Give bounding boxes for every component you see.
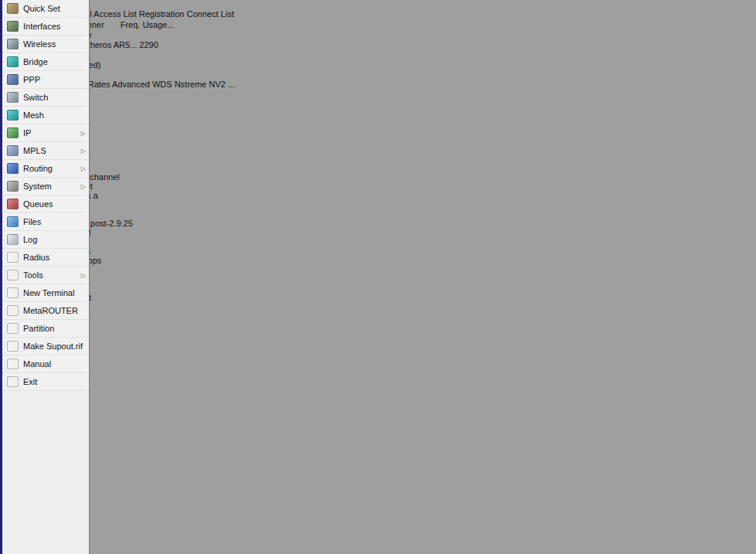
sidebar-item-manual[interactable]: Manual [2,355,89,373]
field-wmm-support: WMM Support: disabled [0,228,756,237]
sidebar-item-ip[interactable]: IP▷ [2,124,89,142]
field-security-profile: Security Profile: default [0,163,756,172]
tab-access-list[interactable]: Access List [94,9,137,19]
sidebar-item-label: MetaROUTER [23,306,78,315]
wireless-tables-window: Wireless Tables Interfaces Nstreme Dual … [0,0,756,70]
sidebar-item-switch[interactable]: Switch [2,89,89,107]
hide-ssid-checkbox[interactable]: Hide SSID [0,284,756,293]
routing-icon [7,163,19,174]
field-country: Country: no_country_set [0,182,756,191]
tab-nv2[interactable]: NV2 [209,80,225,89]
apply-button[interactable]: Apply [0,321,756,330]
sidebar-item-label: MPLS [23,146,46,155]
proprietary-extensions-combobox[interactable]: post-2.9.25 [90,219,133,228]
exit-door-icon [7,376,19,387]
mpls-icon [7,145,19,156]
sidebar-item-files[interactable]: Files [2,213,89,231]
sidebar-item-log[interactable]: Log [2,231,89,249]
tools-icon [7,270,19,280]
field-frequency-mode: Frequency Mode: superchannel [0,172,756,182]
help-icon [7,359,19,369]
pie-chart-icon [7,323,19,334]
tab-more[interactable]: ... [228,80,235,89]
freq-usage-button[interactable]: Freq. Usage... [0,367,756,376]
sidebar-item-radius[interactable]: Radius [2,249,89,267]
sidebar-item-label: Manual [23,359,51,369]
snooper-button[interactable]: Snooper... [0,395,756,404]
annotation-step-2: 2 [0,432,756,441]
default-forward-checkbox[interactable]: Default Forward [0,274,756,284]
field-antenna-gain: Antenna Gain: 0 dBi [0,200,756,209]
reset-configuration-button[interactable]: Reset Configuration [0,404,756,413]
bridge-icon [7,56,19,67]
sidebar-item-exit[interactable]: Exit [2,373,89,391]
sidebar-item-new-terminal[interactable]: New Terminal [2,284,89,302]
sidebar-item-routing[interactable]: Routing▷ [2,160,89,178]
sidebar-item-ppp[interactable]: PPP [2,71,89,89]
tab-nstreme[interactable]: Nstreme [175,80,207,89]
interface-wlan2-dialog: Interface <wlan2> ✕ General Wireless Dat… [0,70,756,423]
sidebar-item-partition[interactable]: Partition [2,320,89,338]
sidebar-item-wireless[interactable]: Wireless [2,36,89,53]
sidebar-item-label: Switch [23,93,48,102]
sidebar-item-label: Quick Set [23,4,60,13]
field-bridge-mode: Bridge Mode: enabled [0,237,756,246]
default-authenticate-checkbox[interactable]: Default Authenticate [0,265,756,274]
sidebar-item-label: Files [23,217,41,226]
mesh-icon [7,110,19,121]
torch-button[interactable]: Torch [0,348,756,358]
sidebar-item-label: Exit [23,377,37,386]
horizontal-scrollbar[interactable]: ◀ [0,50,756,60]
field-scan-list: Scan List: default [0,144,756,154]
sidebar-item-quick-set[interactable]: Quick Set [2,0,89,18]
tab-connect-list[interactable]: Connect List [187,9,234,19]
chevron-right-icon: ▷ [81,272,86,279]
sidebar-item-interfaces[interactable]: Interfaces [2,18,89,36]
sidebar-item-tools[interactable]: Tools▷ [2,267,89,284]
tab-registration[interactable]: Registration [139,9,185,19]
wireless-tables-titlebar[interactable]: Wireless Tables [0,0,756,9]
magic-wand-icon [7,3,19,14]
tab-advanced[interactable]: Advanced [112,80,150,89]
wireless-tables-toolbar: + − ✔ ✖ Scanner Freq. Usage... [0,19,756,30]
dialog-titlebar[interactable]: Interface <wlan2> ✕ [0,70,756,80]
sidebar-item-make-supout[interactable]: Make Supout.rif [2,338,89,355]
sidebar-item-metarouter[interactable]: MetaROUTER [2,302,89,320]
chevron-right-icon: ▷ [81,183,86,190]
default-client-tx-rate-unit: bps [88,256,102,265]
scan-button[interactable]: Scan... [0,358,756,367]
computer-icon [7,305,19,316]
document-icon [7,341,19,352]
sidebar-item-bridge[interactable]: Bridge [2,53,89,71]
cancel-button[interactable]: Cancel [0,311,756,321]
sidebar-item-label: Wireless [23,39,56,49]
tab-wds[interactable]: WDS [152,80,172,89]
field-radio-name: Radio Name: [0,135,756,144]
users-icon [7,252,19,263]
log-icon [7,234,19,245]
freq-usage-button[interactable]: Freq. Usage... [114,20,182,29]
field-dfs-mode: DFS Mode: none [0,209,756,219]
interfaces-table: Name▵ Type L2 MTU Tx S ⇄wlan2 Wireless (… [0,30,756,50]
field-frequency: Frequency: 5020 MHz [0,117,756,126]
ok-button[interactable]: OK [0,302,756,311]
sniff-button[interactable]: Sniff... [0,386,756,395]
switch-icon [7,92,19,103]
field-channel-width: Channel Width: 20MHz [0,107,756,117]
table-row-wlan2[interactable]: S ⇄wlan2 Wireless (Atheros AR5... 2290 [0,40,756,50]
sidebar-item-label: Radius [23,253,49,262]
sidebar-item-mpls[interactable]: MPLS▷ [2,142,89,160]
disable-button[interactable]: Disable [0,330,756,339]
wireless-tables-tabs: Interfaces Nstreme Dual Access List Regi… [0,9,756,19]
simple-mode-button[interactable]: Simple Mode [0,413,756,423]
align-button[interactable]: Align... [0,376,756,386]
comment-button[interactable]: Comment [0,339,756,348]
chevron-right-icon: ▷ [81,148,86,155]
sidebar-item-system[interactable]: System▷ [2,178,89,195]
sidebar-item-queues[interactable]: Queues [2,195,89,213]
sidebar-item-label: Queues [23,199,53,209]
sidebar-item-mesh[interactable]: Mesh [2,107,89,124]
field-wireless-protocol: Wireless Protocol: any [0,154,756,163]
queues-icon [7,199,19,209]
dialog-tabs: General Wireless Data Rates Advanced WDS… [0,80,756,89]
